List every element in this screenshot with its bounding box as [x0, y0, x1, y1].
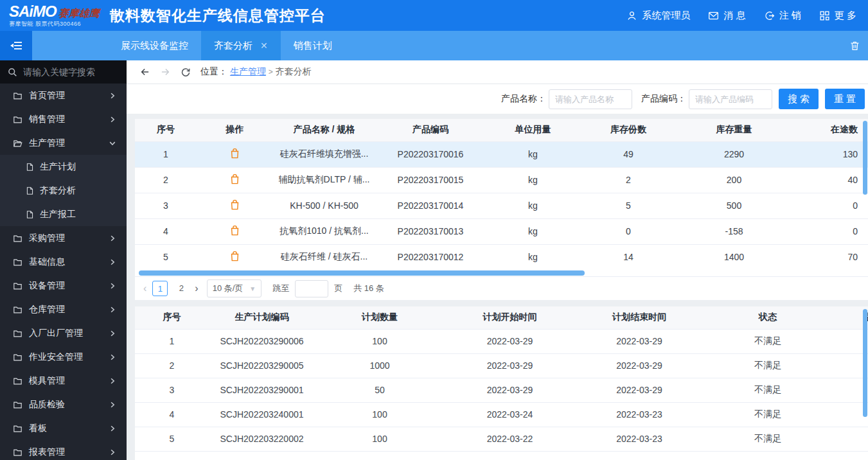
breadcrumb-parent-link[interactable]: 生产管理 — [230, 66, 266, 76]
horizontal-scrollbar-thumb[interactable] — [139, 270, 585, 276]
forward-icon[interactable] — [160, 67, 171, 77]
sidebar-item[interactable]: 模具管理 — [0, 369, 127, 393]
collapse-sidebar-button[interactable] — [0, 31, 32, 60]
refresh-icon[interactable] — [181, 67, 191, 77]
table-row[interactable]: 3 KH-500 / KH-500 P202203170014 kg 5 500… — [135, 193, 868, 218]
sidebar-item[interactable]: 采购管理 — [0, 226, 127, 250]
table-row[interactable]: 4 抗氧剂1010 / 抗氧剂... P202203170013 kg 0 -1… — [135, 218, 868, 244]
sidebar-item[interactable]: 基础信息 — [0, 250, 127, 274]
column-header: 序号 — [135, 306, 209, 329]
sidebar-item[interactable]: 设备管理 — [0, 274, 127, 297]
close-all-tabs-button[interactable] — [849, 40, 860, 51]
sidebar-menu: 首页管理销售管理生产管理生产计划齐套分析生产报工采购管理基础信息设备管理仓库管理… — [0, 84, 127, 460]
logout-icon — [764, 10, 775, 21]
tab-item[interactable]: 展示线设备监控 — [108, 31, 201, 60]
sidebar-search — [0, 60, 127, 84]
table-row[interactable]: 5 硅灰石纤维 / 硅灰石... P202203170012 kg 14 140… — [135, 244, 868, 270]
vertical-scrollbar-thumb[interactable] — [863, 309, 867, 417]
product-name-input[interactable] — [549, 89, 632, 109]
table-row[interactable]: 3 SCJH202203290001 50 2022-03-29 2022-03… — [135, 378, 868, 402]
chevron-down-icon: ▼ — [249, 285, 256, 292]
sidebar-item[interactable]: 入厂出厂管理 — [0, 321, 127, 345]
mail-icon — [708, 10, 719, 21]
logout-button[interactable]: 注 销 — [764, 10, 801, 22]
back-icon[interactable] — [139, 67, 150, 77]
jump-page-input[interactable] — [295, 280, 328, 297]
sidebar-item[interactable]: 首页管理 — [0, 84, 127, 107]
prev-page-button[interactable]: ‹ — [143, 283, 146, 294]
brand-logo: SAiMO 赛摩雄鹰 赛摩智能 股票代码300466 — [9, 4, 100, 27]
column-header: 在途数 — [792, 119, 868, 141]
product-code-input[interactable] — [689, 89, 772, 109]
tab-active[interactable]: 齐套分析✕ — [201, 31, 281, 60]
products-table-card: 序号 操作 产品名称 / 规格 产品编码 单位用量 库存份数 库存重量 在途数 … — [135, 119, 868, 300]
shopping-bag-icon[interactable] — [229, 173, 241, 185]
page-number-1[interactable]: 1 — [152, 281, 168, 296]
column-header: 计划结束时间 — [575, 306, 704, 329]
sidebar-item[interactable]: 生产管理 — [0, 131, 127, 155]
column-header: 单位用量 — [486, 119, 580, 141]
reset-button[interactable]: 重 置 — [825, 89, 865, 109]
plans-table-card: 序号 生产计划编码 计划数量 计划开始时间 计划结束时间 状态 是 1 SCJH… — [135, 306, 868, 460]
folder-open-icon — [13, 139, 22, 148]
sidebar-search-input[interactable] — [23, 67, 113, 77]
product-name-label: 产品名称： — [501, 93, 546, 105]
partial-row — [135, 451, 868, 459]
vertical-scrollbar-thumb[interactable] — [863, 121, 867, 195]
sidebar-subitem[interactable]: 生产计划 — [0, 155, 127, 179]
horizontal-scrollbar[interactable] — [135, 270, 868, 276]
next-page-button[interactable]: › — [195, 283, 198, 294]
table-row[interactable]: 1 硅灰石纤维填充增强... P202203170016 kg 49 2290 … — [135, 141, 868, 167]
tab-item[interactable]: 销售计划 — [281, 31, 345, 60]
table-row[interactable]: 4 SCJH202203240001 100 2022-03-24 2022-0… — [135, 402, 868, 427]
folder-icon — [13, 376, 22, 385]
folder-icon — [13, 329, 22, 338]
table-row[interactable]: 5 SCJH202203220002 100 2022-03-22 2022-0… — [135, 427, 868, 451]
messages-button[interactable]: 消 息 — [708, 10, 745, 22]
folder-icon — [13, 305, 22, 314]
chevron-right-icon — [109, 116, 116, 123]
brand-name: SAiMO — [9, 4, 57, 19]
sidebar-item[interactable]: 作业安全管理 — [0, 345, 127, 369]
table-row[interactable]: 2 辅助抗氧剂DLTP / 辅... P202203170015 kg 2 20… — [135, 167, 868, 193]
chevron-right-icon — [109, 306, 116, 314]
sidebar-item[interactable]: 仓库管理 — [0, 297, 127, 321]
shopping-bag-icon[interactable] — [229, 199, 241, 211]
jump-label: 跳至 — [272, 283, 289, 294]
sidebar-item[interactable]: 品质检验 — [0, 393, 127, 416]
file-icon — [26, 210, 34, 219]
more-button[interactable]: 更 多 — [819, 10, 856, 22]
table-row[interactable]: 2 SCJH202203290005 1000 2022-03-29 2022-… — [135, 353, 868, 378]
folder-icon — [13, 281, 22, 290]
chevron-right-icon — [109, 377, 116, 385]
shopping-bag-icon[interactable] — [229, 147, 241, 159]
table-row[interactable]: 1 SCJH202203290006 100 2022-03-29 2022-0… — [135, 329, 868, 353]
chevron-down-icon — [109, 139, 116, 147]
sidebar-subitem[interactable]: 生产报工 — [0, 202, 127, 226]
chevron-right-icon — [109, 425, 116, 432]
page-title: 散料数智化生产线信息管控平台 — [110, 6, 326, 26]
user-menu[interactable]: 系统管理员 — [626, 10, 690, 22]
folder-icon — [13, 424, 22, 433]
column-header: 产品名称 / 规格 — [273, 119, 375, 141]
close-icon[interactable]: ✕ — [260, 40, 268, 51]
page-size-select[interactable]: 10 条/页 ▼ — [207, 279, 262, 297]
sidebar-item[interactable]: 看板 — [0, 416, 127, 440]
shopping-bag-icon[interactable] — [229, 250, 241, 262]
sidebar-item[interactable]: 销售管理 — [0, 107, 127, 131]
messages-label: 消 息 — [723, 10, 745, 22]
shopping-bag-icon[interactable] — [229, 224, 241, 236]
page-number-2[interactable]: 2 — [173, 281, 189, 296]
column-header: 产品编码 — [375, 119, 486, 141]
folder-icon — [13, 258, 22, 267]
page-unit-label: 页 — [334, 283, 342, 294]
more-label: 更 多 — [835, 10, 856, 22]
sidebar-item[interactable]: 报表管理 — [0, 440, 127, 460]
chevron-right-icon — [109, 282, 116, 290]
sidebar-subitem[interactable]: 齐套分析 — [0, 179, 127, 202]
trash-icon — [849, 40, 860, 51]
pagination: ‹ 12 › 10 条/页 ▼ 跳至 页 共 16 条 — [135, 276, 868, 300]
file-icon — [26, 163, 34, 172]
search-button[interactable]: 搜 索 — [779, 89, 819, 109]
folder-icon — [13, 353, 22, 362]
